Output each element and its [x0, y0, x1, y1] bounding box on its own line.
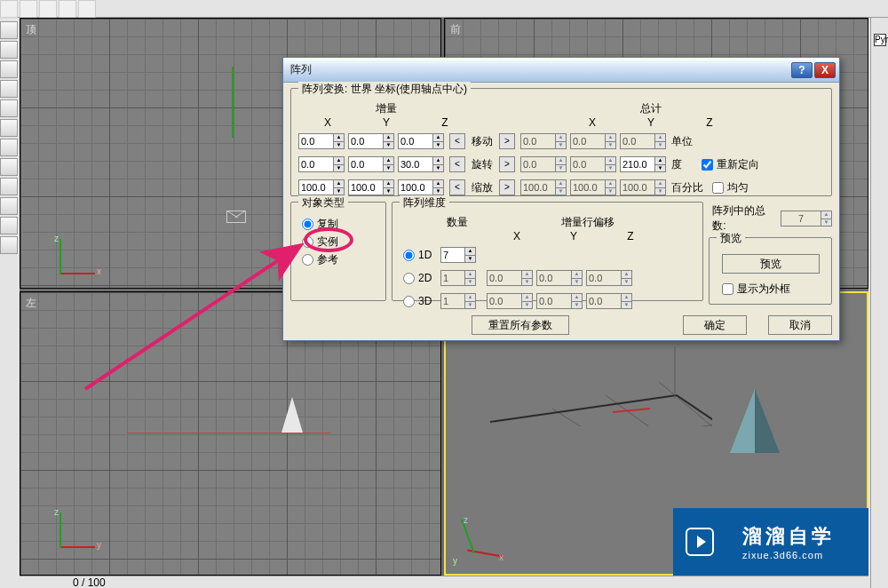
- label-total-count: 阵列中的总数:: [712, 203, 775, 234]
- tool-icon[interactable]: [0, 99, 18, 117]
- arrow-right-move[interactable]: >: [499, 133, 515, 149]
- frame-counter: 0 / 100: [73, 576, 106, 588]
- rotate-inc-z[interactable]: ▲▼: [398, 156, 444, 172]
- legend-preview: 预览: [717, 231, 745, 246]
- tool-icon[interactable]: [0, 80, 18, 98]
- ok-button[interactable]: 确定: [683, 315, 747, 335]
- toolbar-icon[interactable]: [59, 0, 76, 18]
- dim2-x: ▲▼: [487, 270, 533, 286]
- svg-line-7: [659, 382, 712, 426]
- svg-line-5: [552, 409, 712, 426]
- radio-3d[interactable]: 3D: [400, 292, 440, 310]
- tool-icon[interactable]: [0, 139, 18, 156]
- array-dialog: 阵列 ? X 阵列变换: 世界 坐标(使用轴点中心) 增量 总计 X Y Z X…: [282, 57, 840, 341]
- axis-gizmo: x z: [44, 237, 97, 290]
- label-row-offset: 增量行偏移: [480, 215, 695, 230]
- toolbar-icon[interactable]: [78, 0, 96, 18]
- radio-instance[interactable]: 实例: [298, 233, 378, 250]
- row-scale: ▲▼ ▲▼ ▲▼ < 缩放 > ▲▼ ▲▼ ▲▼ 百分比 均匀: [298, 177, 824, 198]
- tool-icon[interactable]: [0, 236, 18, 254]
- radio-reference[interactable]: 参考: [298, 250, 378, 268]
- toolbar-icon[interactable]: [39, 0, 57, 18]
- tool-icon[interactable]: [0, 21, 18, 39]
- pyramid-wireframe: [281, 397, 303, 433]
- right-command-panel: [870, 18, 888, 588]
- tool-icon[interactable]: [0, 178, 18, 195]
- dim2-y: ▲▼: [536, 270, 583, 286]
- help-button[interactable]: ?: [791, 62, 813, 78]
- axis-header-y2: Y: [622, 116, 680, 129]
- count-3d: ▲▼: [440, 293, 476, 309]
- rotate-tot-z[interactable]: ▲▼: [620, 156, 666, 172]
- scale-tot-y: ▲▼: [570, 179, 616, 195]
- tool-icon[interactable]: [0, 41, 18, 59]
- move-tot-z: ▲▼: [620, 133, 666, 149]
- watermark: 溜溜自学 zixue.3d66.com: [673, 508, 868, 576]
- arrow-right-rotate[interactable]: >: [499, 156, 515, 172]
- row-2d: 2D ▲▼ ▲▼ ▲▼ ▲▼: [400, 267, 695, 289]
- count-1d[interactable]: ▲▼: [440, 247, 476, 263]
- group-array-dimensions: 阵列维度 数量 增量行偏移 X Y Z 1D ▲▼ 2D: [392, 202, 703, 301]
- reset-button[interactable]: 重置所有参数: [472, 315, 569, 335]
- svg-line-10: [613, 409, 650, 412]
- checkbox-reorient[interactable]: 重新定向: [702, 156, 759, 172]
- svg-line-1: [508, 417, 712, 426]
- scale-inc-y[interactable]: ▲▼: [348, 179, 394, 195]
- move-inc-x[interactable]: ▲▼: [298, 133, 345, 149]
- move-inc-z[interactable]: ▲▼: [398, 133, 444, 149]
- play-icon: [686, 528, 714, 556]
- rotate-tot-x: ▲▼: [520, 156, 567, 172]
- label-rotate: 旋转: [465, 157, 499, 172]
- tool-icon[interactable]: [0, 197, 18, 215]
- dialog-titlebar[interactable]: 阵列 ? X: [283, 58, 839, 83]
- label-incremental: 增量: [298, 101, 474, 116]
- axis-indicator: [232, 67, 234, 138]
- viewport-label: 左: [26, 296, 36, 311]
- dim2-z: ▲▼: [586, 270, 632, 286]
- legend-array-transform: 阵列变换: 世界 坐标(使用轴点中心): [298, 82, 471, 97]
- dim3-y: ▲▼: [536, 293, 583, 309]
- checkbox-uniform[interactable]: 均匀: [712, 179, 749, 195]
- axis-header-z2: Z: [680, 116, 739, 129]
- count-2d: ▲▼: [440, 270, 476, 286]
- toolbar-icon[interactable]: [20, 0, 37, 18]
- rotate-inc-y[interactable]: ▲▼: [348, 156, 394, 172]
- arrow-left-rotate[interactable]: <: [449, 156, 465, 172]
- group-object-type: 对象类型 复制 实例 参考: [290, 202, 386, 301]
- axis-gizmo: x z y: [451, 517, 504, 570]
- axis-gizmo: y z: [44, 511, 97, 564]
- arrow-right-scale[interactable]: >: [499, 179, 515, 195]
- svg-line-0: [490, 400, 712, 426]
- label-move: 移动: [465, 134, 499, 149]
- tool-icon[interactable]: [0, 158, 18, 176]
- label-total: 总计: [563, 101, 739, 116]
- scale-inc-x[interactable]: ▲▼: [298, 179, 345, 195]
- rotate-tot-y: ▲▼: [570, 156, 616, 172]
- arrow-left-move[interactable]: <: [449, 133, 465, 149]
- cancel-button[interactable]: 取消: [768, 315, 832, 335]
- move-tot-y: ▲▼: [570, 133, 616, 149]
- tool-icon[interactable]: [0, 217, 18, 234]
- checkbox-display-wire[interactable]: 显示为外框: [717, 281, 824, 297]
- preview-button[interactable]: 预览: [722, 254, 820, 274]
- watermark-sub: zixue.3d66.com: [742, 550, 835, 560]
- radio-copy[interactable]: 复制: [298, 215, 378, 233]
- label-scale: 缩放: [465, 180, 499, 195]
- close-button[interactable]: X: [814, 62, 836, 78]
- radio-1d[interactable]: 1D: [400, 246, 440, 264]
- dialog-title: 阵列: [290, 62, 789, 77]
- legend-array-dimensions: 阵列维度: [400, 195, 449, 211]
- scale-tot-x: ▲▼: [520, 179, 567, 195]
- envelope-icon: [226, 211, 246, 223]
- move-inc-y[interactable]: ▲▼: [348, 133, 394, 149]
- scale-inc-z[interactable]: ▲▼: [398, 179, 444, 195]
- tool-icon[interactable]: [0, 60, 18, 78]
- radio-2d[interactable]: 2D: [400, 269, 440, 287]
- toolbar-icon[interactable]: [0, 0, 18, 18]
- object-type-hint: Pyr: [874, 34, 886, 46]
- tool-icon[interactable]: [0, 119, 18, 137]
- label-degrees: 度: [671, 157, 682, 172]
- arrow-left-scale[interactable]: <: [449, 179, 465, 195]
- rotate-inc-x[interactable]: ▲▼: [298, 156, 345, 172]
- total-count: ▲▼: [781, 211, 832, 226]
